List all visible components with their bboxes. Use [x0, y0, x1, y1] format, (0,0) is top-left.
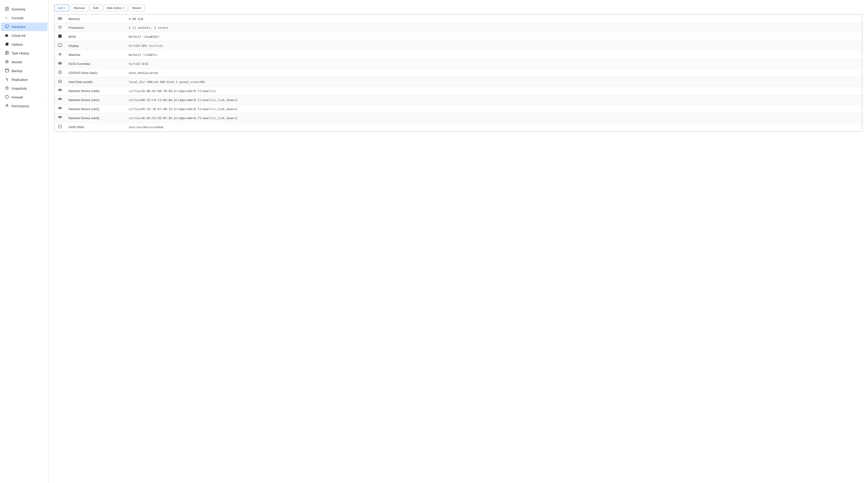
svg-point-47	[60, 53, 61, 54]
permissions-icon	[5, 104, 9, 108]
revert-button[interactable]: Revert	[129, 5, 145, 11]
row-icon	[55, 95, 65, 105]
row-icon	[55, 68, 65, 78]
svg-point-45	[60, 54, 60, 55]
row-name: CD/DVD Drive (ide2)	[65, 68, 125, 78]
main-content: Add ▾ Remove Edit Disk Action ▾ Revert M…	[49, 0, 868, 483]
row-value: local_dir:100/vm-100-disk-1.qcow2,size=2…	[125, 78, 862, 86]
table-row[interactable]: Hard Disk (scsi0)local_dir:100/vm-100-di…	[55, 78, 862, 86]
table-row[interactable]: MachineDefault (i440fx)	[55, 50, 862, 59]
svg-point-55	[60, 72, 60, 73]
row-value: virtio=FE:15:7D:87:4B:15,bridge=vmbr0,fi…	[125, 105, 862, 114]
row-name: Memory	[65, 15, 125, 23]
svg-rect-5	[5, 25, 8, 27]
row-icon	[55, 114, 65, 122]
row-value: VirtIO-GPU (virtio)	[125, 41, 862, 50]
row-name: Network Device (net0)	[65, 86, 125, 95]
sidebar-item-label-snapshots: Snapshots	[11, 87, 27, 90]
sidebar-item-permissions[interactable]: Permissions	[1, 102, 48, 110]
hardware-table: Memory4.00 GiBProcessors2 (1 sockets, 2 …	[54, 15, 862, 132]
row-name: Network Device (net2)	[65, 105, 125, 114]
console-icon: >_	[5, 16, 9, 20]
svg-point-17	[6, 69, 7, 69]
sidebar-item-label-replication: Replication	[11, 78, 28, 82]
svg-point-80	[60, 126, 60, 127]
sidebar-item-label-options: Options	[11, 42, 23, 46]
options-icon	[5, 42, 9, 47]
sidebar-item-label-hardware: Hardware	[11, 25, 26, 29]
row-value: virtio=3E:E6:53:EE:0F:A5,bridge=vmbr0,fi…	[125, 114, 862, 122]
sidebar: Summary>_ConsoleHardwareCloud-InitOption…	[0, 0, 49, 483]
sidebar-item-console[interactable]: >_Console	[1, 14, 48, 22]
sidebar-item-firewall[interactable]: Firewall›	[1, 93, 48, 102]
sidebar-item-monitor[interactable]: Monitor	[1, 58, 48, 66]
table-row[interactable]: Network Device (net0)virtio=16:B6:02:8A:…	[55, 86, 862, 95]
svg-rect-14	[5, 69, 8, 72]
row-icon	[55, 59, 65, 68]
svg-point-44	[59, 53, 61, 55]
sidebar-item-summary[interactable]: Summary	[1, 5, 48, 13]
chevron-right-icon: ›	[43, 96, 44, 99]
table-row[interactable]: Network Device (net2)virtio=FE:15:7D:87:…	[55, 105, 862, 114]
table-row[interactable]: Processors2 (1 sockets, 2 cores)	[55, 23, 862, 32]
edit-button[interactable]: Edit	[90, 5, 102, 11]
row-name: Network Device (net3)	[65, 114, 125, 122]
add-button[interactable]: Add ▾	[54, 5, 69, 11]
sidebar-item-label-console: Console	[11, 16, 23, 20]
row-icon	[55, 86, 65, 95]
replication-icon	[5, 78, 9, 82]
svg-point-19	[6, 104, 8, 106]
row-value: VirtIO SCSI	[125, 59, 862, 68]
toolbar: Add ▾ Remove Edit Disk Action ▾ Revert	[54, 5, 863, 14]
sidebar-item-snapshots[interactable]: Snapshots	[1, 84, 48, 93]
hardware-table-wrapper: Memory4.00 GiBProcessors2 (1 sockets, 2 …	[54, 14, 863, 132]
row-value: Default (SeaBIOS)	[125, 32, 862, 41]
svg-rect-41	[58, 44, 62, 46]
row-name: Display	[65, 41, 125, 50]
sidebar-item-replication[interactable]: Replication	[1, 75, 48, 84]
add-label: Add	[58, 6, 63, 10]
hardware-icon	[5, 25, 9, 29]
svg-rect-21	[58, 18, 62, 19]
row-icon	[55, 78, 65, 86]
svg-rect-40	[58, 34, 62, 38]
table-row[interactable]: SCSI ControllerVirtIO SCSI	[55, 59, 862, 68]
row-name: SCSI Controller	[65, 59, 125, 68]
table-row[interactable]: CD/DVD Drive (ide2)none,media=cdrom	[55, 68, 862, 78]
row-icon	[55, 41, 65, 50]
remove-button[interactable]: Remove	[70, 5, 88, 11]
sidebar-item-options[interactable]: Options	[1, 40, 48, 49]
disk-action-button[interactable]: Disk Action ▾	[103, 5, 127, 11]
sidebar-item-hardware[interactable]: Hardware	[1, 23, 48, 31]
table-row[interactable]: DisplayVirtIO-GPU (virtio)	[55, 41, 862, 50]
row-icon	[55, 105, 65, 114]
row-value: none,media=cdrom	[125, 68, 862, 78]
svg-rect-31	[59, 26, 61, 28]
remove-label: Remove	[73, 6, 85, 10]
table-row[interactable]: Memory4.00 GiB	[55, 15, 862, 23]
sidebar-item-task-history[interactable]: Task History	[1, 49, 48, 57]
table-row[interactable]: Network Device (net3)virtio=3E:E6:53:EE:…	[55, 114, 862, 122]
disk-action-label: Disk Action	[107, 6, 122, 10]
row-name: BIOS	[65, 32, 125, 41]
svg-point-78	[59, 127, 60, 127]
sidebar-item-label-permissions: Permissions	[11, 104, 29, 108]
revert-label: Revert	[132, 6, 141, 10]
svg-point-46	[59, 53, 60, 54]
summary-icon	[5, 7, 9, 11]
sidebar-item-backup[interactable]: Backup	[1, 66, 48, 75]
table-row[interactable]: VirtIO RNGsource=/dev/urandom	[55, 122, 862, 132]
table-row[interactable]: Network Device (net1)virtio=D6:55:C4:C2:…	[55, 95, 862, 105]
sidebar-item-cloud-init[interactable]: Cloud-Init	[1, 31, 48, 40]
backup-icon	[5, 68, 9, 73]
firewall-icon	[5, 95, 9, 100]
sidebar-item-label-backup: Backup	[11, 69, 23, 73]
row-icon	[55, 15, 65, 23]
row-value: 2 (1 sockets, 2 cores)	[125, 23, 862, 32]
row-icon	[55, 32, 65, 41]
row-value: virtio=16:B6:02:8A:7B:6D,bridge=vmbr0,fi…	[125, 86, 862, 95]
table-row[interactable]: BIOSDefault (SeaBIOS)	[55, 32, 862, 41]
row-value: 4.00 GiB	[125, 15, 862, 23]
row-name: Processors	[65, 23, 125, 32]
row-value: source=/dev/urandom	[125, 122, 862, 132]
